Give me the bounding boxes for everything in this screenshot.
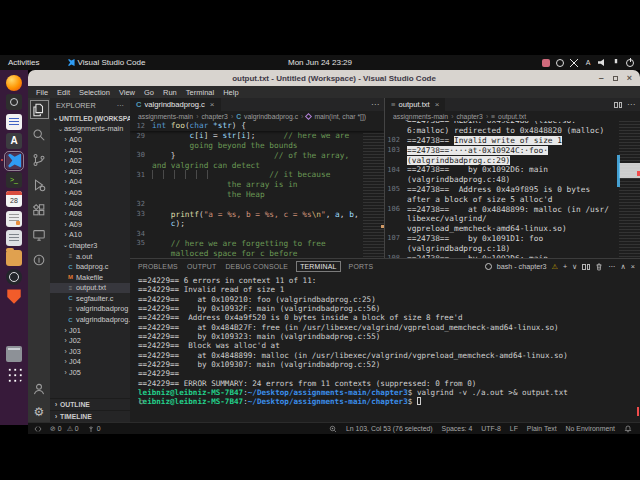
close-button[interactable]: × [627, 73, 632, 83]
tree-item-a10[interactable]: ›A10 [50, 230, 130, 241]
panel-tab-ports[interactable]: PORTS [349, 263, 374, 270]
more-actions-icon[interactable]: ⋯ [371, 100, 379, 109]
files-dock-icon[interactable] [6, 250, 22, 266]
appa-dock-icon[interactable]: A [6, 133, 22, 149]
tree-item-segfaulter-c[interactable]: Csegfaulter.c [50, 293, 130, 304]
tree-item-a05[interactable]: ›A05 [50, 187, 130, 198]
camera-dock-icon[interactable] [6, 94, 22, 110]
menu-terminal[interactable]: Terminal [186, 88, 214, 97]
obs-dock-icon[interactable] [6, 269, 22, 285]
menu-help[interactable]: Help [223, 88, 238, 97]
status-environment[interactable]: No Environment [566, 425, 615, 432]
zoom-indicator-icon[interactable] [329, 425, 337, 433]
menu-file[interactable]: File [36, 88, 48, 97]
status-encoding[interactable]: UTF-8 [481, 425, 501, 432]
maximize-button[interactable] [613, 76, 618, 81]
tree-item-valgrindbadprog[interactable]: ≡valgrindbadprog [50, 304, 130, 315]
editor-dock-icon[interactable] [6, 211, 22, 227]
tree-item-untitled-workspace-[interactable]: ⌄UNTITLED (WORKSPACE) [50, 113, 130, 124]
tree-item-a08[interactable]: ›A08 [50, 208, 130, 219]
menu-view[interactable]: View [119, 88, 135, 97]
brave-dock-icon[interactable] [6, 288, 22, 304]
tab-output-txt[interactable]: ≡ output.txt × [385, 98, 446, 111]
explorer-actions-icon[interactable]: ··· [117, 101, 124, 110]
explorer-icon[interactable] [31, 101, 48, 118]
menu-selection[interactable]: Selection [79, 88, 110, 97]
trash-dock-icon[interactable] [6, 346, 22, 362]
code-editor-valgrindbadprog[interactable]: 12int foo(char *str) { 29 c[i] = str[i];… [130, 121, 384, 258]
writer-dock-icon[interactable] [6, 114, 22, 130]
circle-icon[interactable] [31, 251, 48, 268]
close-tab-icon[interactable]: × [435, 100, 440, 109]
remote-icon[interactable] [31, 226, 48, 243]
breadcrumb[interactable]: assignments-main›chapter3›Cvalgrindbadpr… [130, 111, 384, 121]
tree-item-a02[interactable]: ›A02 [50, 155, 130, 166]
panel-tab-terminal[interactable]: TERMINAL [297, 262, 339, 271]
tree-item-j01[interactable]: ›J01 [50, 325, 130, 336]
tree-item-a-out[interactable]: ≡a.out [50, 251, 130, 262]
tree-item-j03[interactable]: ›J03 [50, 346, 130, 357]
more-actions-icon[interactable]: ⋯ [627, 100, 635, 109]
account-icon[interactable] [31, 380, 48, 397]
menu-run[interactable]: Run [163, 88, 177, 97]
remote-indicator[interactable] [34, 425, 42, 433]
outline-section[interactable]: › OUTLINE [50, 398, 130, 410]
extensions-icon[interactable] [31, 201, 48, 218]
tree-item-a00[interactable]: ›A00 [50, 134, 130, 145]
grid-dock-icon[interactable] [6, 366, 22, 382]
scm-icon[interactable] [31, 151, 48, 168]
status-cursor-position[interactable]: Ln 103, Col 53 (76 selected) [346, 425, 433, 432]
tree-item-a01[interactable]: ›A01 [50, 145, 130, 156]
terminal[interactable]: ==24229== 6 errors in context 11 of 11:=… [130, 273, 640, 422]
new-terminal-button[interactable]: + [563, 262, 567, 271]
menu-edit[interactable]: Edit [57, 88, 70, 97]
minimize-button[interactable]: – [599, 73, 604, 83]
tree-item-badprog-c[interactable]: Cbadprog.c [50, 261, 130, 272]
firefox-dock-icon[interactable] [6, 75, 22, 91]
split-terminal-icon[interactable] [582, 264, 590, 270]
timeline-section[interactable]: › TIMELINE [50, 410, 130, 422]
terminal-dock-icon[interactable]: >_ [6, 172, 22, 188]
vscode-dock-icon[interactable] [6, 153, 22, 169]
panel-tab-output[interactable]: OUTPUT [187, 263, 217, 270]
terminal-dropdown-icon[interactable]: ∨ [572, 262, 577, 271]
notes-dock-icon[interactable] [6, 230, 22, 246]
tree-item-a03[interactable]: ›A03 [50, 166, 130, 177]
settings-icon[interactable]: ⚙ [31, 403, 48, 420]
terminal-instance-label[interactable]: bash - chapter3 [497, 262, 547, 271]
maximize-panel-icon[interactable]: ∧ [621, 262, 626, 271]
tab-valgrindbadprog[interactable]: C valgrindbadprog.c × [130, 98, 222, 111]
panel-tab-debug-console[interactable]: DEBUG CONSOLE [225, 263, 288, 270]
status-indentation[interactable]: Spaces: 4 [442, 425, 473, 432]
db1-dock-icon[interactable] [6, 308, 22, 324]
tree-item-a09[interactable]: ›A09 [50, 219, 130, 230]
problems-indicator[interactable]: ⊘0 ⚠0 [50, 425, 79, 433]
tree-item-valgrindbadprog-c[interactable]: Cvalgrindbadprog.c [50, 314, 130, 325]
system-tray[interactable]: A [542, 59, 634, 67]
status-eol[interactable]: LF [510, 425, 518, 432]
debug-icon[interactable] [31, 176, 48, 193]
tree-item-a04[interactable]: ›A04 [50, 177, 130, 188]
more-actions-icon[interactable]: ⋯ [608, 262, 615, 271]
notifications-bell-icon[interactable] [624, 425, 632, 433]
breadcrumb[interactable]: assignments-main›chapter3›≡output.txt [385, 111, 640, 121]
split-editor-icon[interactable] [614, 102, 622, 108]
search-icon[interactable] [31, 126, 48, 143]
code-editor-output[interactable]: ==24738== REDIR: 0x49c2480 (libc.so.6:ma… [385, 121, 640, 258]
close-panel-icon[interactable]: × [631, 262, 635, 271]
ports-indicator[interactable]: 0 [87, 425, 101, 433]
tree-item-j04[interactable]: ›J04 [50, 357, 130, 368]
menu-go[interactable]: Go [144, 88, 154, 97]
status-language-mode[interactable]: Plain Text [527, 425, 557, 432]
minimap[interactable] [619, 121, 640, 258]
tree-item-j05[interactable]: ›J05 [50, 367, 130, 378]
tree-item-j02[interactable]: ›J02 [50, 335, 130, 346]
tree-item-chapter3[interactable]: ⌄chapter3 [50, 240, 130, 251]
close-tab-icon[interactable]: × [210, 100, 215, 109]
db2-dock-icon[interactable] [6, 327, 22, 343]
tree-item-a06[interactable]: ›A06 [50, 198, 130, 209]
tree-item-makefile[interactable]: MMakefile [50, 272, 130, 283]
calendar-dock-icon[interactable]: 28 [6, 191, 22, 207]
minimap[interactable] [363, 121, 384, 258]
panel-tab-problems[interactable]: PROBLEMS [138, 263, 178, 270]
